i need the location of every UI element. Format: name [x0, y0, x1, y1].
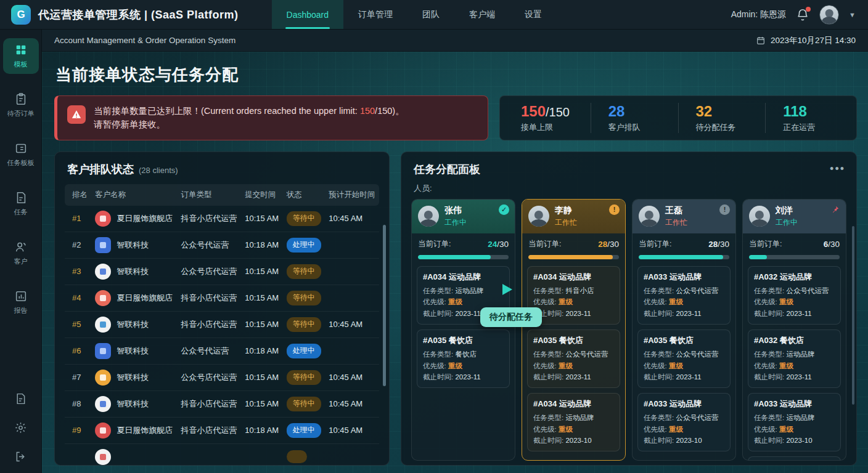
table-row[interactable]: #4 夏日服饰旗舰店 抖音小店代运营10:15 AM 等待中	[65, 285, 379, 311]
users-icon	[14, 240, 28, 254]
table-row[interactable]: #5 智联科技 抖音小店代运营10:15 AM 等待中 10:45 AM	[65, 311, 379, 338]
member-card[interactable]: 王磊 工作忙 !	[633, 200, 735, 233]
table-row[interactable]: #8 智联科技 抖音小店代运营10:15 AM 等待中 10:45 AM	[65, 390, 379, 417]
status-badge: 等待中	[287, 264, 321, 279]
task-card[interactable]: #A035 餐饮店 任务类型: 餐饮店 优先级: 重级 截止时间: 2023-1…	[417, 329, 510, 388]
check-badge-icon: ✓	[499, 204, 509, 215]
order-progress-bar	[528, 255, 619, 259]
more-options-icon[interactable]: •••	[830, 163, 845, 176]
current-orders: 24	[488, 240, 497, 249]
sidebar-item-clients[interactable]: 客户	[3, 235, 39, 271]
current-orders: 28	[708, 240, 718, 249]
member-column-lijing: 李静 工作忙 ! 当前订单: 28/30 #A034 运动品牌	[522, 199, 626, 461]
sidebar-item-reports[interactable]: 报告	[3, 285, 39, 320]
status-badge: 等待中	[287, 211, 321, 226]
client-avatar	[95, 264, 111, 280]
client-avatar	[95, 343, 111, 359]
client-queue-panel: 客户排队状态 (28 clients) 排名 客户名称 订单类型 提交时间 状态…	[54, 152, 390, 466]
member-status: 工作忙	[665, 217, 687, 228]
app-title: 代运营接单管理系统 | (SaaS Platform)	[38, 7, 239, 22]
member-status: 工作中	[444, 217, 467, 228]
client-avatar	[95, 317, 111, 333]
list-icon	[14, 142, 28, 155]
col-order-type: 订单类型	[177, 184, 241, 206]
queue-scrollbar[interactable]	[383, 225, 386, 386]
brand: G 代运营接单管理系统 | (SaaS Platform)	[0, 0, 250, 29]
task-card[interactable]: #A035 餐饮店 任务类型: 公众号代运营 优先级: 重级 截止时间: 202…	[637, 329, 731, 388]
stat-label: 接单上限	[521, 122, 591, 133]
nav-tab-team[interactable]: 团队	[407, 0, 454, 29]
assign-arrow-icon	[473, 283, 515, 299]
sidebar-item-tasks[interactable]: 任务	[3, 186, 39, 222]
client-avatar	[95, 211, 111, 227]
member-name: 张伟	[444, 205, 467, 216]
sidebar-item-task-board[interactable]: 任务板板	[3, 137, 39, 172]
member-card[interactable]: 刘洋 工作中	[743, 200, 846, 233]
sidebar-item-label: 待否订单	[7, 109, 35, 118]
member-name: 李静	[555, 205, 577, 216]
datetime-display: 2023年10月27日 14:30	[756, 35, 856, 46]
logout-icon[interactable]	[14, 450, 27, 463]
member-status: 工作中	[776, 217, 798, 228]
status-badge	[287, 450, 307, 463]
nav-tab-dashboard[interactable]: Dashboard	[272, 0, 344, 29]
member-column-liuyang: 刘洋 工作中 当前订单: 6/30	[742, 199, 846, 461]
sidebar-item-templates[interactable]: 模板	[3, 38, 39, 74]
member-name: 王磊	[665, 205, 687, 216]
task-card[interactable]: #A032 餐饮店 任务类型: 运动品牌 优先级: 重级 截止时间: 2023-…	[748, 329, 841, 388]
alert-highlight-count: 150	[360, 106, 375, 116]
task-card-partial[interactable]: #A034 运动品牌 任务类型: 公众号代运营	[748, 456, 841, 459]
task-card[interactable]: #A033 运动品牌 任务类型: 运动品牌 优先级: 重级 截止时间: 2023…	[748, 393, 841, 451]
stat-value: 150	[521, 103, 546, 119]
sidebar-item-pending-orders[interactable]: 待否订单	[3, 87, 39, 123]
table-row[interactable]: #1 夏日服饰旗舰店 抖音小店代运营10:15 AM 等待中 10:45 AM	[65, 206, 379, 232]
system-subtitle: Account Management & Order Operation Sys…	[54, 36, 235, 45]
gear-icon[interactable]	[14, 421, 27, 434]
task-card[interactable]: #A033 运动品牌 任务类型: 公众号代运营 优先级: 重级 截止时间: 20…	[637, 393, 731, 451]
nav-tab-orders[interactable]: 订单管理	[343, 0, 407, 29]
queue-table: 排名 客户名称 订单类型 提交时间 状态 预计开始时间 #1 夏	[65, 184, 379, 466]
board-scrollbar[interactable]	[852, 226, 854, 405]
task-card[interactable]: #A032 运动品牌 任务类型: 公众号代运营 优先级: 重级 截止时间: 20…	[748, 266, 841, 325]
task-card[interactable]: #A034 运动品牌 任务类型: 运动品牌 优先级: 重级 截止时间: 2023…	[527, 393, 620, 451]
table-row[interactable]: #2 智联科技 公众号代运营10:18 AM 处理中	[65, 232, 379, 258]
col-eta: 预计开始时间	[325, 184, 379, 206]
current-orders: 28	[598, 240, 607, 249]
stats-summary: 150/150 接单上限 28 客户排队 32 待分配任务 118 正在运营	[499, 95, 857, 140]
table-row[interactable]: #6 智联科技 公众号代运营10:18 AM 处理中	[65, 338, 379, 364]
app-logo-icon: G	[11, 5, 31, 25]
sidebar-item-label: 任务	[14, 208, 28, 217]
board-title: 任务分配面板	[414, 162, 480, 177]
client-avatar	[95, 449, 111, 465]
user-avatar[interactable]	[819, 5, 839, 25]
chevron-down-icon[interactable]: ▼	[849, 11, 856, 18]
member-card[interactable]: 李静 工作忙 !	[522, 200, 625, 233]
member-column-wanglei: 王磊 工作忙 ! 当前订单: 28/30 #A033 运动品牌	[632, 199, 736, 461]
client-avatar	[95, 290, 111, 306]
warning-icon	[67, 105, 86, 124]
main-nav: Dashboard 订单管理 团队 客户端 设置	[272, 0, 557, 29]
task-card[interactable]: #A035 餐饮店 任务类型: 公众号代运营 优先级: 重级 截止时间: 202…	[527, 329, 620, 388]
nav-tab-client[interactable]: 客户端	[454, 0, 510, 29]
table-row[interactable]: #3 智联科技 公众号店代运营10:15 AM 等待中	[65, 258, 379, 285]
order-progress-bar	[418, 255, 509, 259]
sidebar-item-label: 客户	[14, 257, 28, 266]
table-row[interactable]: #7 智联科技 公众号店代运营10:15 AM 等待中 10:45 AM	[65, 364, 379, 390]
status-badge: 等待中	[287, 291, 321, 305]
calendar-icon	[756, 36, 766, 46]
col-rank: 排名	[65, 184, 91, 206]
task-card[interactable]: #A033 运动品牌 任务类型: 公众号代运营 优先级: 重级 截止时间: 20…	[637, 266, 731, 325]
current-orders: 6	[824, 240, 829, 249]
staff-label: 人员:	[414, 183, 846, 194]
nav-tab-settings[interactable]: 设置	[510, 0, 557, 29]
member-card[interactable]: 张伟 工作中 ✓	[412, 200, 515, 233]
table-row[interactable]: #9 夏日服饰旗舰店 抖音小店代运营10:18 AM 处理中 10:45 AM	[65, 417, 379, 443]
sidebar-item-label: 任务板板	[7, 158, 35, 168]
document-icon[interactable]	[14, 392, 27, 405]
table-row-partial[interactable]	[65, 443, 379, 466]
col-submit-time: 提交时间	[241, 184, 282, 206]
stat-label: 正在运营	[783, 122, 853, 133]
queue-title: 客户排队状态	[67, 162, 134, 177]
client-avatar	[95, 396, 111, 412]
notification-bell-icon[interactable]	[796, 8, 809, 22]
